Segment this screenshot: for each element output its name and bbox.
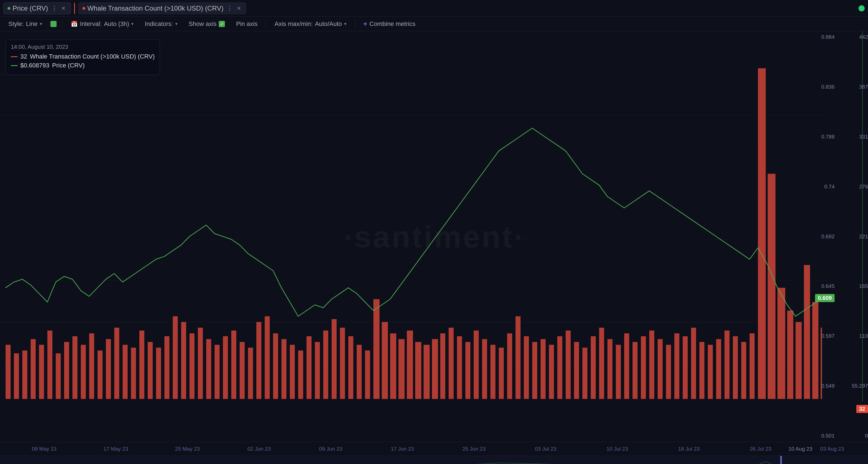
toolbar-sep-1 (62, 20, 62, 28)
svg-rect-19 (89, 333, 94, 399)
svg-rect-35 (223, 336, 228, 399)
svg-rect-108 (837, 336, 843, 399)
status-indicator (859, 5, 865, 11)
svg-rect-93 (708, 345, 713, 399)
tooltip: 14:00, August 10, 2023 32 Whale Transact… (6, 39, 160, 75)
tab-whale-close-icon[interactable]: ✕ (236, 5, 242, 11)
style-selector[interactable]: Style: Line ▾ (6, 19, 45, 29)
svg-rect-27 (156, 347, 161, 399)
svg-rect-30 (181, 322, 186, 399)
svg-rect-95 (724, 331, 730, 399)
svg-rect-61 (440, 333, 445, 399)
svg-rect-103 (796, 322, 802, 399)
combine-plus-icon: + (363, 20, 367, 28)
svg-rect-52 (365, 350, 370, 399)
show-axis-toggle[interactable]: Show axis ✓ (186, 19, 228, 29)
svg-rect-58 (415, 342, 421, 399)
svg-rect-90 (683, 336, 688, 399)
svg-rect-37 (240, 342, 245, 399)
svg-rect-45 (307, 336, 312, 399)
x-label-1: 17 May 23 (80, 446, 152, 452)
tab-whale-label: Whale Transaction Count (>100k USD) (CRV… (88, 4, 223, 12)
svg-rect-20 (97, 350, 102, 399)
current-count-label: 32 (856, 405, 868, 413)
tooltip-whale-label: Whale Transaction Count (>100k USD) (CRV… (30, 53, 155, 60)
tab-whale-menu-icon[interactable]: ⋮ (226, 4, 234, 12)
svg-rect-38 (248, 347, 253, 399)
show-axis-label: Show axis (189, 20, 217, 28)
svg-rect-67 (490, 345, 495, 399)
svg-rect-44 (298, 350, 303, 399)
svg-rect-98 (750, 333, 754, 399)
toolbar: Style: Line ▾ 📅 Interval: Auto (3h) ▾ In… (0, 17, 868, 31)
svg-rect-110 (854, 342, 860, 399)
svg-rect-25 (139, 331, 144, 399)
calendar-icon: 📅 (71, 21, 78, 27)
svg-rect-84 (632, 342, 638, 399)
svg-rect-104 (804, 265, 810, 399)
pin-axis-button[interactable]: Pin axis (233, 19, 260, 29)
svg-rect-78 (582, 347, 587, 399)
tooltip-price-value: $0.608793 (20, 62, 49, 69)
svg-rect-56 (399, 339, 405, 399)
svg-rect-18 (81, 345, 86, 399)
svg-rect-28 (164, 336, 169, 399)
x-label-8: 10 Jul 23 (582, 446, 653, 452)
toolbar-sep-3 (355, 20, 355, 28)
svg-rect-22 (114, 328, 119, 399)
svg-rect-21 (106, 339, 111, 399)
style-chevron-icon: ▾ (40, 21, 42, 27)
svg-rect-47 (323, 331, 328, 399)
price-color-dot (7, 7, 10, 10)
interval-selector[interactable]: 📅 Interval: Auto (3h) ▾ (68, 19, 136, 29)
svg-rect-81 (608, 339, 613, 399)
svg-rect-24 (131, 347, 136, 399)
color-selector[interactable] (51, 21, 57, 27)
svg-rect-109 (846, 339, 852, 399)
svg-rect-111 (862, 345, 868, 399)
svg-rect-101 (777, 288, 785, 399)
chart-area: ·santiment· (0, 31, 868, 442)
svg-rect-49 (340, 328, 345, 399)
tab-price[interactable]: Price (CRV) ⋮ ✕ (3, 2, 71, 14)
svg-rect-12 (31, 339, 36, 399)
top-bar: Price (CRV) ⋮ ✕ Whale Transaction Count … (0, 0, 868, 17)
svg-rect-9 (6, 345, 10, 399)
tab-price-close-icon[interactable]: ✕ (60, 5, 67, 11)
x-label-7: 03 Jul 23 (510, 446, 582, 452)
tab-whale[interactable]: Whale Transaction Count (>100k USD) (CRV… (78, 2, 246, 14)
show-axis-checkbox[interactable]: ✓ (219, 21, 225, 27)
x-label-5: 17 Jun 23 (366, 446, 438, 452)
svg-rect-92 (700, 342, 705, 399)
svg-rect-86 (649, 331, 654, 399)
svg-rect-59 (424, 345, 430, 399)
svg-rect-34 (215, 345, 220, 399)
tab-price-menu-icon[interactable]: ⋮ (51, 4, 58, 12)
svg-rect-62 (448, 328, 454, 399)
svg-rect-33 (206, 339, 211, 399)
style-value: Line (26, 20, 38, 28)
tab-separator (74, 3, 75, 14)
svg-rect-64 (465, 342, 470, 399)
svg-rect-85 (641, 336, 646, 399)
svg-rect-36 (231, 331, 236, 399)
whale-color-dot (83, 7, 85, 10)
svg-rect-55 (390, 333, 396, 399)
svg-rect-71 (524, 336, 529, 399)
svg-rect-48 (332, 319, 337, 399)
indicators-chevron-icon: ▾ (175, 21, 178, 27)
axis-maxmin-selector[interactable]: Axis max/min: Auto/Auto ▾ (272, 19, 349, 29)
svg-rect-73 (540, 339, 546, 399)
indicators-selector[interactable]: Indicators: ▾ (142, 19, 180, 29)
svg-rect-76 (566, 331, 571, 399)
mini-chart (0, 456, 868, 464)
svg-rect-13 (39, 345, 44, 399)
svg-rect-113 (0, 456, 868, 464)
svg-rect-99 (758, 68, 766, 399)
svg-rect-15 (56, 353, 61, 399)
svg-rect-16 (64, 342, 69, 399)
svg-rect-26 (148, 342, 153, 399)
combine-metrics-button[interactable]: + Combine metrics (361, 19, 418, 29)
tooltip-price-row: $0.608793 Price (CRV) (11, 62, 155, 69)
svg-rect-68 (499, 347, 504, 399)
